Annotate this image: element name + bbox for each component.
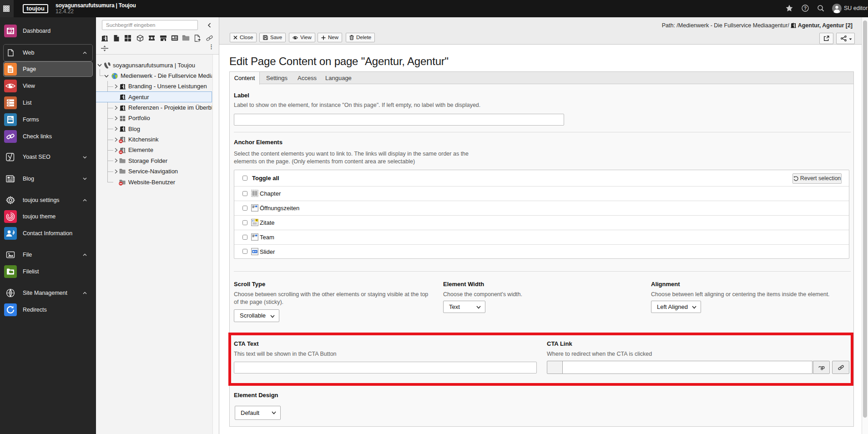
svg-text:2: 2 (256, 219, 257, 222)
svg-text:?: ? (804, 6, 807, 11)
